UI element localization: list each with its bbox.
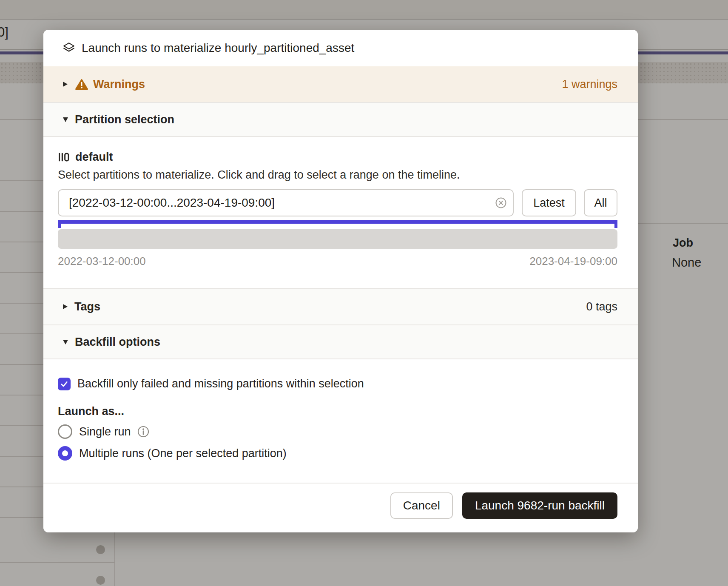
partition-range-input[interactable]: [58, 189, 514, 216]
all-button[interactable]: All: [584, 189, 617, 216]
partition-selection-section-header[interactable]: Partition selection: [43, 102, 638, 137]
cancel-button[interactable]: Cancel: [390, 492, 453, 519]
multiple-runs-label: Multiple runs (One per selected partitio…: [79, 447, 287, 460]
partition-set-icon: [58, 151, 69, 163]
partition-selection-range-bar[interactable]: [58, 220, 617, 224]
warning-triangle-icon: [75, 79, 88, 90]
partition-selection-label: Partition selection: [75, 113, 174, 126]
warnings-count: 1 warnings: [562, 78, 617, 91]
chevron-down-icon: [63, 340, 68, 344]
checkbox-checked-icon[interactable]: [58, 378, 71, 390]
single-run-label: Single run: [79, 425, 131, 438]
timeline-end-label: 2023-04-19-09:00: [529, 255, 617, 268]
partition-selection-description: Select partitions to materialize. Click …: [58, 168, 617, 182]
asset-layers-icon: [63, 42, 75, 54]
info-icon[interactable]: [137, 425, 150, 438]
chevron-down-icon: [63, 117, 68, 122]
timeline-start-label: 2022-03-12-00:00: [58, 255, 146, 268]
backfill-options-label: Backfill options: [75, 336, 160, 349]
latest-button[interactable]: Latest: [522, 189, 576, 216]
partition-dimension-row: default: [58, 150, 617, 164]
page: 0] Job None Launch runs to materialize h…: [0, 0, 728, 586]
partition-dimension-name: default: [75, 151, 113, 164]
chevron-right-icon: [63, 82, 68, 87]
checkbox-label: Backfill only failed and missing partiti…: [77, 377, 364, 390]
launch-as-label: Launch as...: [58, 405, 617, 418]
clear-selection-icon[interactable]: [494, 196, 508, 210]
radio-selected-icon[interactable]: [58, 446, 72, 461]
radio-single-run[interactable]: Single run: [58, 424, 617, 440]
timeline-date-labels: 2022-03-12-00:00 2023-04-19-09:00: [58, 255, 617, 268]
launch-backfill-button[interactable]: Launch 9682-run backfill: [462, 492, 617, 519]
backfill-options-section-header[interactable]: Backfill options: [43, 325, 638, 359]
radio-multiple-runs[interactable]: Multiple runs (One per selected partitio…: [58, 445, 617, 461]
partition-timeline[interactable]: [58, 229, 617, 249]
tags-label: Tags: [74, 300, 100, 313]
backfill-only-failed-checkbox-row[interactable]: Backfill only failed and missing partiti…: [58, 377, 617, 390]
backfill-options-body: Backfill only failed and missing partiti…: [43, 359, 638, 483]
dialog-title: Launch runs to materialize hourly_partit…: [82, 41, 354, 55]
chevron-right-icon: [63, 304, 68, 309]
dialog-header: Launch runs to materialize hourly_partit…: [43, 30, 638, 66]
partition-range-input-wrap: [58, 189, 514, 216]
partition-selection-body: default Select partitions to materialize…: [43, 137, 638, 288]
warnings-section-header[interactable]: Warnings 1 warnings: [43, 66, 638, 102]
dialog-footer: Cancel Launch 9682-run backfill: [43, 483, 638, 532]
tags-section-header[interactable]: Tags 0 tags: [43, 288, 638, 325]
tags-count: 0 tags: [586, 300, 617, 313]
radio-unselected-icon[interactable]: [58, 424, 72, 439]
partition-range-row: Latest All: [58, 189, 617, 216]
launch-backfill-dialog: Launch runs to materialize hourly_partit…: [43, 30, 638, 532]
warnings-label: Warnings: [93, 78, 145, 91]
